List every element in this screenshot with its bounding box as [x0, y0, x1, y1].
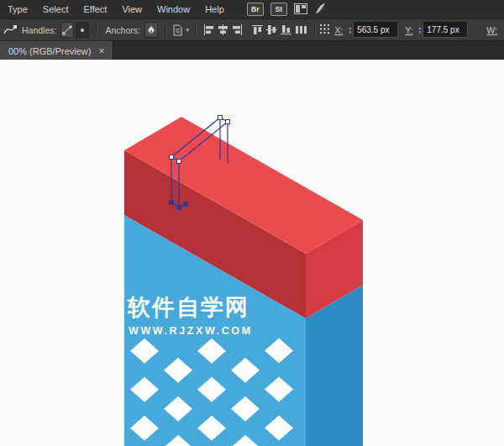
watermark-url: WWW.RJZXW.COM: [129, 325, 253, 337]
anchor-point: [170, 155, 174, 160]
appbar-icons: Br St: [247, 3, 326, 16]
anchor-point: [177, 160, 181, 164]
document-tab[interactable]: 00% (RGB/Preview) ×: [0, 41, 113, 61]
anchor-point: [226, 120, 230, 124]
y-stepper[interactable]: ▴ ▾: [419, 26, 422, 34]
anchor-point-selected: [177, 206, 181, 210]
handles-label: Handles:: [22, 25, 56, 35]
workspace-layout-icon[interactable]: [294, 3, 307, 16]
artwork-svg: 软件自学网 WWW.RJZXW.COM: [0, 60, 504, 446]
menu-effect[interactable]: Effect: [76, 0, 114, 18]
anchors-label: Anchors:: [105, 25, 139, 35]
anchor-tool-icon: [3, 23, 18, 38]
align-right-icon[interactable]: [231, 22, 244, 38]
menu-bar: Type Select Effect View Window Help Br S…: [0, 0, 504, 19]
align-left-icon[interactable]: [202, 22, 215, 38]
y-label[interactable]: Y:: [405, 25, 412, 35]
options-bar: Handles: Anchors: ▾: [0, 19, 504, 41]
hide-handles-button[interactable]: [76, 22, 89, 38]
separator: [314, 23, 315, 37]
menu-help[interactable]: Help: [197, 0, 232, 18]
stepper-down-icon[interactable]: ▾: [419, 30, 422, 34]
menu-select[interactable]: Select: [35, 0, 76, 18]
anchor-point: [218, 116, 223, 120]
watermark-title: 软件自学网: [127, 295, 249, 320]
diamond-grid: [130, 338, 293, 446]
separator: [165, 23, 165, 37]
menu-type[interactable]: Type: [0, 0, 35, 18]
feather-icon[interactable]: [314, 3, 326, 16]
close-icon[interactable]: ×: [98, 46, 104, 56]
menu-window[interactable]: Window: [150, 0, 197, 18]
anchor-point-selected: [184, 202, 188, 207]
align-center-horizontal-icon[interactable]: [217, 22, 229, 38]
x-label[interactable]: X:: [334, 25, 343, 35]
stock-icon[interactable]: St: [270, 3, 287, 16]
show-handles-button[interactable]: [60, 22, 74, 38]
convert-anchor-button[interactable]: [144, 22, 158, 38]
document-tab-title: 00% (RGB/Preview): [8, 46, 91, 56]
reference-point-icon[interactable]: [320, 24, 329, 35]
w-label[interactable]: W:: [486, 25, 497, 35]
align-top-icon[interactable]: [251, 22, 264, 38]
x-stepper[interactable]: ▴ ▾: [349, 26, 351, 34]
x-value-field[interactable]: 563.5 px: [353, 22, 398, 38]
chevron-down-icon[interactable]: ▾: [186, 27, 190, 34]
y-value-field[interactable]: 177.5 px: [423, 22, 468, 38]
bridge-icon[interactable]: Br: [247, 3, 264, 16]
menu-view[interactable]: View: [114, 0, 150, 18]
document-setup-icon[interactable]: [171, 22, 184, 38]
separator: [96, 23, 97, 37]
separator: [195, 23, 196, 37]
align-bottom-icon[interactable]: [280, 22, 292, 38]
anchor-point-selected: [170, 201, 174, 205]
align-center-vertical-icon[interactable]: [265, 22, 278, 38]
distribute-icon[interactable]: [294, 22, 307, 38]
stepper-down-icon[interactable]: ▾: [349, 30, 351, 34]
artboard-canvas[interactable]: 软件自学网 WWW.RJZXW.COM: [0, 60, 504, 446]
